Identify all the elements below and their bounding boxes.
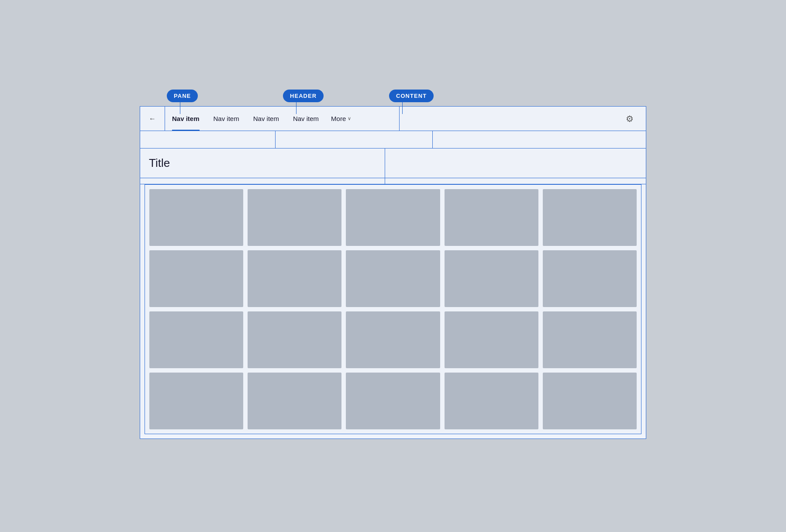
- ui-container: ← Nav item Nav item Nav item Nav item Mo…: [140, 106, 646, 439]
- grid-cell[interactable]: [543, 373, 637, 429]
- title-divider: [140, 178, 646, 184]
- content-grid: [145, 184, 641, 434]
- grid-cell[interactable]: [248, 250, 341, 307]
- nav-more-button[interactable]: More ∨: [326, 107, 356, 131]
- back-button[interactable]: ←: [145, 112, 159, 126]
- title-section: Title: [140, 149, 385, 178]
- settings-icon[interactable]: ⚙: [626, 114, 634, 124]
- content-connector: [402, 102, 403, 114]
- grid-cell[interactable]: [149, 311, 243, 368]
- grid-cell[interactable]: [543, 189, 637, 246]
- nav-items-section: Nav item Nav item Nav item Nav item More…: [165, 107, 400, 131]
- grid-cell[interactable]: [248, 189, 341, 246]
- nav-content-section: ⚙: [400, 107, 641, 131]
- grid-cell[interactable]: [149, 189, 243, 246]
- title-bar: Title: [140, 149, 646, 178]
- page-title: Title: [149, 156, 376, 170]
- title-content-section: [385, 149, 646, 178]
- grid-cell[interactable]: [346, 373, 440, 429]
- sub-header-content: [433, 131, 646, 148]
- sub-header-pane: [140, 131, 276, 148]
- title-divider-right: [385, 178, 646, 184]
- nav-item-2[interactable]: Nav item: [207, 107, 246, 131]
- grid-cell[interactable]: [149, 250, 243, 307]
- grid-cell[interactable]: [445, 373, 538, 429]
- content-badge: CONTENT: [389, 90, 434, 102]
- grid-cell[interactable]: [346, 189, 440, 246]
- grid-cell[interactable]: [543, 250, 637, 307]
- header-badge: HEADER: [283, 90, 324, 102]
- pane-connector: [180, 102, 180, 114]
- grid-cell[interactable]: [445, 189, 538, 246]
- pane-badge: PANE: [167, 90, 198, 102]
- nav-item-4[interactable]: Nav item: [286, 107, 326, 131]
- nav-bar: ← Nav item Nav item Nav item Nav item Mo…: [140, 107, 646, 131]
- sub-header-row: [140, 131, 646, 149]
- grid-cell[interactable]: [543, 311, 637, 368]
- grid-cell[interactable]: [346, 250, 440, 307]
- grid-cell[interactable]: [248, 311, 341, 368]
- nav-item-1[interactable]: Nav item: [165, 107, 207, 131]
- grid-cell[interactable]: [346, 311, 440, 368]
- nav-pane-section: ←: [145, 107, 165, 131]
- grid-cell[interactable]: [149, 373, 243, 429]
- grid-cell[interactable]: [248, 373, 341, 429]
- nav-item-3[interactable]: Nav item: [246, 107, 286, 131]
- content-grid-wrapper: [140, 184, 646, 434]
- chevron-down-icon: ∨: [348, 116, 351, 121]
- title-divider-left: [140, 178, 385, 184]
- grid-cell[interactable]: [445, 311, 538, 368]
- more-label: More: [331, 115, 346, 122]
- sub-header-nav: [276, 131, 433, 148]
- grid-cell[interactable]: [445, 250, 538, 307]
- header-connector: [296, 102, 296, 114]
